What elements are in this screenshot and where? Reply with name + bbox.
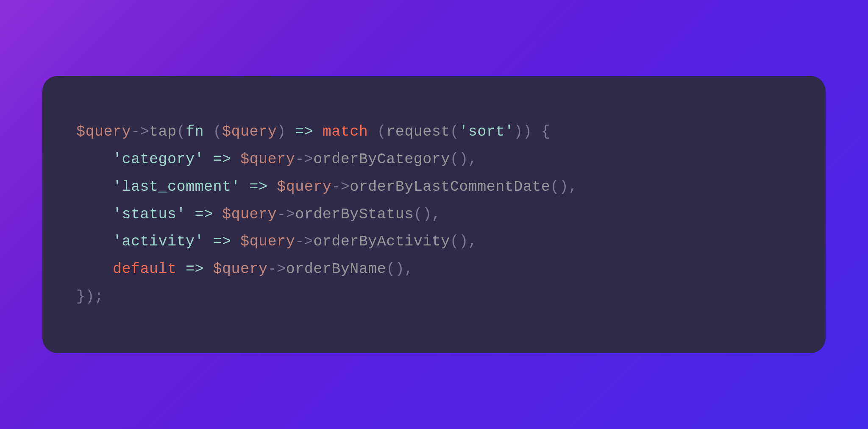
code-token-punct: ( [177, 123, 186, 140]
code-token-arrow: -> [268, 261, 286, 278]
code-token-space [240, 178, 250, 195]
code-token-fat-arrow: => [195, 206, 213, 223]
code-token-variable: $query [240, 233, 295, 250]
code-token-fat-arrow: => [186, 261, 204, 278]
code-token-arrow: -> [131, 123, 149, 140]
code-token-punct: ( [450, 123, 459, 140]
code-token-punct: )) { [514, 123, 550, 140]
code-token-space [177, 261, 186, 278]
code-token-punct: (), [414, 206, 441, 223]
code-token-space [313, 123, 323, 140]
code-token-space [204, 261, 213, 278]
code-token-keyword: match [323, 123, 368, 140]
code-token-space [213, 206, 223, 223]
code-token-fat-arrow: => [295, 123, 313, 140]
code-token-string: 'sort' [459, 123, 514, 140]
code-token-variable: $query [240, 151, 295, 168]
code-token-variable: $query [76, 123, 131, 140]
code-token-string: 'activity' [113, 233, 204, 250]
code-token-string: 'category' [113, 151, 204, 168]
code-token-indent [76, 261, 113, 278]
code-token-space [186, 206, 195, 223]
code-token-space [231, 233, 241, 250]
code-token-variable: $query [222, 206, 277, 223]
code-token-method: tap [149, 123, 177, 140]
code-token-variable: $query [277, 178, 331, 195]
code-token-method: orderByCategory [313, 151, 450, 168]
code-token-arrow: -> [295, 233, 313, 250]
code-token-indent [76, 233, 113, 250]
code-token-method: orderByLastCommentDate [350, 178, 550, 195]
code-token-keyword: default [113, 261, 177, 278]
code-token-punct: ( [204, 123, 222, 140]
code-token-punct: ) [277, 123, 295, 140]
code-token-fat-arrow: => [250, 178, 268, 195]
code-token-fat-arrow: => [213, 151, 231, 168]
code-token-string: 'status' [113, 206, 186, 223]
code-token-method: orderByStatus [295, 206, 414, 223]
code-token-punct: (), [386, 261, 414, 278]
code-token-arrow: -> [277, 206, 295, 223]
code-token-indent [76, 151, 113, 168]
code-token-fat-arrow: => [213, 233, 231, 250]
code-token-arrow: -> [295, 151, 313, 168]
code-token-indent [76, 178, 113, 195]
code-token-punct: (), [450, 233, 478, 250]
code-token-function: request [386, 123, 450, 140]
code-token-keyword: fn [186, 123, 204, 140]
code-token-space [204, 151, 213, 168]
code-token-space [231, 151, 241, 168]
code-block: $query->tap(fn ($query) => match (reques… [76, 118, 792, 310]
code-token-punct: (), [450, 151, 478, 168]
code-token-variable: $query [222, 123, 277, 140]
code-snippet-card: $query->tap(fn ($query) => match (reques… [42, 76, 826, 353]
code-token-punct: (), [550, 178, 578, 195]
code-token-variable: $query [213, 261, 268, 278]
code-token-string: 'last_comment' [113, 178, 240, 195]
code-token-arrow: -> [331, 178, 350, 195]
code-token-space [204, 233, 213, 250]
code-token-space [268, 178, 277, 195]
code-token-method: orderByName [286, 261, 387, 278]
code-token-punct: ( [368, 123, 386, 140]
code-token-indent [76, 206, 113, 223]
code-token-punct: }); [76, 288, 104, 305]
code-token-method: orderByActivity [313, 233, 450, 250]
